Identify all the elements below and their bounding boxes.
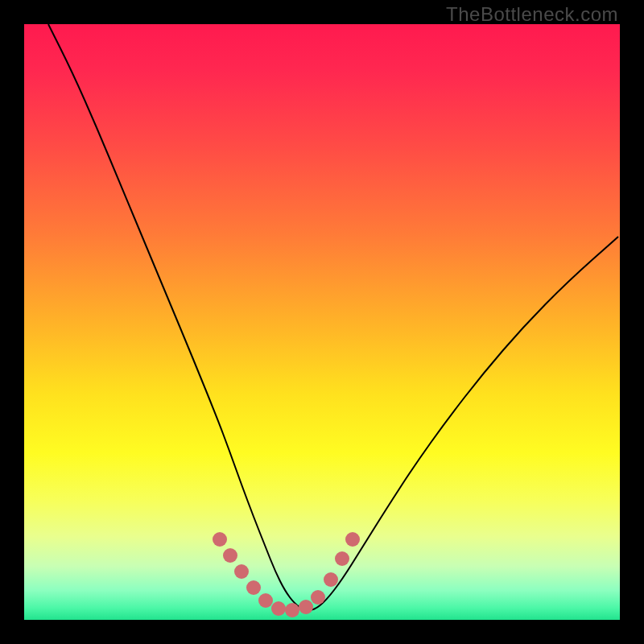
highlight-marker (271, 601, 286, 616)
bottleneck-curve (48, 24, 618, 610)
watermark-text: TheBottleneck.com (446, 3, 618, 26)
highlight-marker (311, 590, 325, 605)
highlight-marker (258, 593, 273, 608)
highlight-marker (223, 548, 237, 563)
highlight-marker (234, 564, 249, 579)
highlight-marker (246, 580, 261, 595)
highlight-marker (345, 532, 360, 547)
chart-frame (24, 24, 620, 620)
marker-group (213, 532, 360, 617)
highlight-marker (213, 532, 227, 547)
highlight-marker (324, 572, 338, 587)
chart-plot (24, 24, 620, 620)
highlight-marker (285, 603, 299, 617)
highlight-marker (335, 551, 349, 566)
highlight-marker (299, 600, 313, 614)
